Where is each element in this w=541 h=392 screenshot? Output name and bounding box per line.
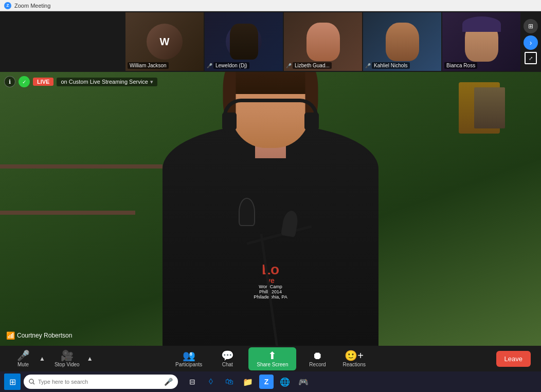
title-bar: Z Zoom Meeting <box>0 0 541 11</box>
streaming-label: on Custom Live Streaming Service ▾ <box>57 78 157 86</box>
participant-thumb-2[interactable]: 🎤 Leweldon (Dj) <box>205 12 283 71</box>
main-video: Lo ve WordCampPhilly 2014Philadelphia, P… <box>0 72 541 346</box>
live-badge-area: ℹ ✓ LIVE on Custom Live Streaming Servic… <box>4 76 157 87</box>
leave-button[interactable]: Leave <box>496 351 531 367</box>
zoom-icon: Z <box>4 2 11 9</box>
participants-strip: W William Jackson 🎤 Leweldon (Dj) 🎤 <box>0 11 541 72</box>
mute-icon: 🎤 <box>17 350 30 361</box>
mute-options-button[interactable]: ▲ <box>38 355 46 362</box>
mute-button[interactable]: 🎤 Mute <box>10 348 36 369</box>
taskbar: ⊞ 🎤 ⊟ ◊ 🛍 📁 Z 🌐 🎮 <box>0 371 541 392</box>
window-title: Zoom Meeting <box>14 3 50 9</box>
file-explorer-icon[interactable]: 📁 <box>241 375 255 389</box>
video-options-button[interactable]: ▲ <box>86 355 94 362</box>
toolbar-center: 👥 8 Participants 💬 Chat ⬆ Share Screen ⏺… <box>171 347 370 370</box>
muted-icon-2: 🎤 <box>207 63 212 68</box>
record-button[interactable]: ⏺ Record <box>304 348 330 369</box>
participant-name-4: Kahliel Nichols <box>372 62 410 69</box>
participant-thumb-5[interactable]: Bianca Ross <box>442 12 520 71</box>
toolbar-right: Leave <box>496 351 531 367</box>
reactions-button[interactable]: 🙂+ Reactions <box>338 348 369 369</box>
taskbar-search-bar[interactable]: 🎤 <box>24 375 178 389</box>
video-icon: 🎥 <box>61 350 74 361</box>
store-icon[interactable]: 🛍 <box>222 375 237 389</box>
info-button[interactable]: ℹ <box>4 76 15 87</box>
headphones <box>223 99 318 117</box>
taskbar-search-input[interactable] <box>38 379 161 385</box>
meeting-container: W William Jackson 🎤 Leweldon (Dj) 🎤 <box>0 11 541 346</box>
participant-name-5: Bianca Ross <box>444 62 477 69</box>
live-indicator: LIVE <box>33 78 53 86</box>
next-participants-button[interactable]: › <box>524 35 538 50</box>
zoom-taskbar-icon[interactable]: Z <box>259 375 274 389</box>
taskbar-search-icon <box>29 379 35 385</box>
taskbar-app-icons: ⊟ ◊ 🛍 📁 Z 🌐 🎮 <box>185 375 311 389</box>
chrome-icon[interactable]: 🌐 <box>278 375 292 389</box>
main-presenter-video: Lo ve WordCampPhilly 2014Philadelphia, P… <box>147 86 394 346</box>
edge-browser-icon[interactable]: ◊ <box>204 375 218 389</box>
chat-button[interactable]: 💬 Chat <box>214 348 240 369</box>
microphone-search-icon: 🎤 <box>164 378 173 386</box>
grid-view-button[interactable]: ⊞ <box>524 19 538 33</box>
muted-icon-3: 🎤 <box>286 63 292 68</box>
shield-button[interactable]: ✓ <box>19 76 30 87</box>
signal-icon: 📶 <box>6 331 15 340</box>
task-view-button[interactable]: ⊟ <box>185 375 200 389</box>
main-presenter-name-tag: 📶 Courtney Robertson <box>6 331 72 340</box>
participant-thumb-3[interactable]: 🎤 Lizbeth Guad... <box>284 12 362 71</box>
participants-button[interactable]: 👥 8 Participants <box>171 348 206 369</box>
main-video-background: Lo ve WordCampPhilly 2014Philadelphia, P… <box>0 72 541 346</box>
fullscreen-button[interactable]: ⤢ <box>525 52 537 64</box>
toolbar-left: 🎤 Mute ▲ 🎥 Stop Video ▲ <box>10 348 94 369</box>
microphone <box>239 198 255 226</box>
shelf-decoration <box>474 87 505 128</box>
svg-line-1 <box>33 383 34 384</box>
start-button[interactable]: ⊞ <box>4 374 21 390</box>
participant-name-1: William Jackson <box>128 62 169 69</box>
chat-icon: 💬 <box>221 350 234 361</box>
muted-icon-4: 🎤 <box>365 63 371 68</box>
participants-icon: 👥 <box>183 350 195 361</box>
participant-name-3: Lizbeth Guad... <box>293 62 332 69</box>
svg-point-0 <box>29 379 33 383</box>
share-screen-icon: ⬆ <box>268 350 277 361</box>
stop-video-button[interactable]: 🎥 Stop Video <box>50 348 84 369</box>
share-screen-button[interactable]: ⬆ Share Screen <box>248 347 296 370</box>
strip-controls: ⊞ › ⤢ <box>521 12 540 71</box>
participant-name-2: Leweldon (Dj) <box>213 62 249 69</box>
reactions-icon: 🙂+ <box>345 350 364 361</box>
participant-thumb-1[interactable]: W William Jackson <box>125 12 204 71</box>
game-icon[interactable]: 🎮 <box>296 375 311 389</box>
participant-thumb-4[interactable]: 🎤 Kahliel Nichols <box>363 12 441 71</box>
toolbar: 🎤 Mute ▲ 🎥 Stop Video ▲ 👥 8 Participants… <box>0 346 541 371</box>
record-icon: ⏺ <box>312 350 322 361</box>
